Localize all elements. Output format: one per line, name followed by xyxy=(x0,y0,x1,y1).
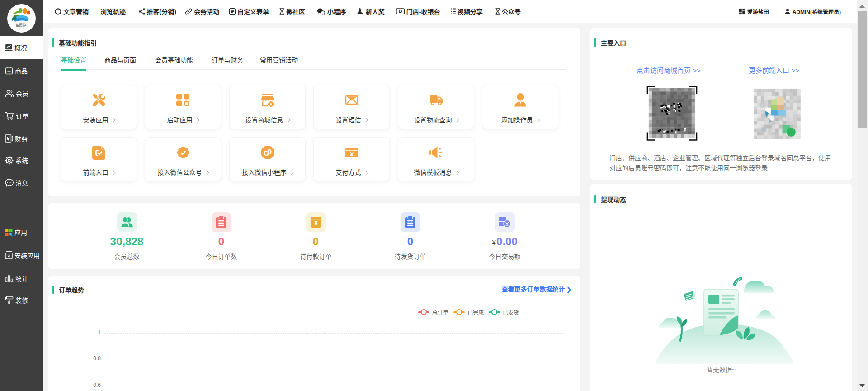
svg-text:盐田游: 盐田游 xyxy=(16,23,26,27)
svg-text:YanTianYou: YanTianYou xyxy=(17,28,26,30)
